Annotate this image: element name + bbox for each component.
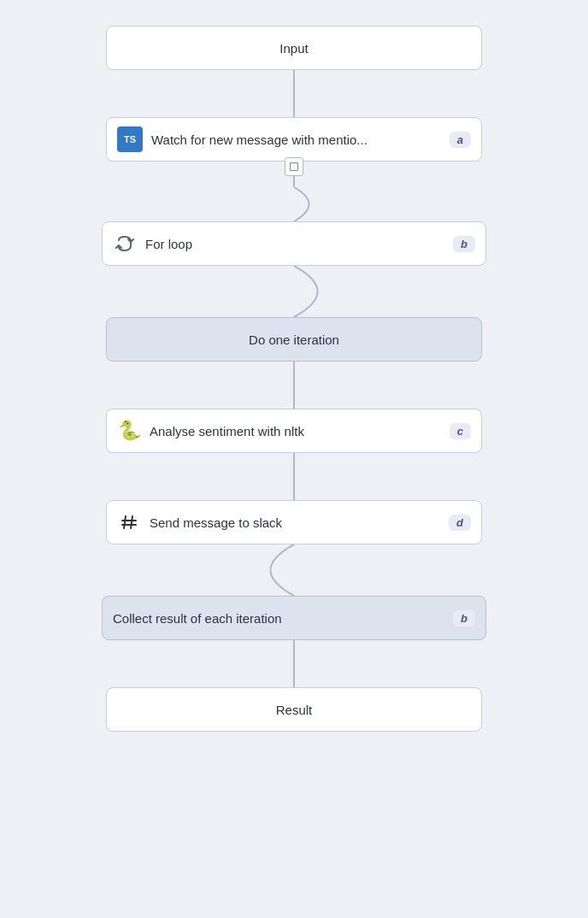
stop-icon[interactable] — [285, 157, 303, 176]
connector-1 — [293, 70, 295, 117]
forloop-badge: b — [453, 236, 475, 252]
curve-connector-1 — [102, 187, 486, 221]
iteration-label: Do one iteration — [249, 332, 339, 347]
collect-node[interactable]: Collect result of each iteration b — [102, 596, 486, 640]
connector-4 — [293, 453, 295, 500]
watch-node[interactable]: TS Watch for new message with mentio... … — [106, 117, 482, 162]
iteration-node[interactable]: Do one iteration — [106, 317, 482, 362]
input-label: Input — [279, 41, 308, 56]
svg-line-0 — [124, 516, 126, 528]
curve-connector-2 — [102, 266, 486, 317]
send-node[interactable]: Send message to slack d — [106, 500, 482, 544]
loop-icon — [113, 232, 137, 256]
connector-5 — [293, 640, 295, 687]
hash-icon — [117, 510, 141, 534]
analyse-label: Analyse sentiment with nltk — [150, 424, 441, 438]
result-node[interactable]: Result — [106, 687, 482, 732]
send-label: Send message to slack — [150, 515, 440, 530]
analyse-badge: c — [450, 423, 471, 439]
flow-diagram: Input TS Watch for new message with ment… — [0, 26, 588, 732]
connector-3 — [293, 362, 295, 409]
python-icon: 🐍 — [117, 419, 141, 443]
forloop-node[interactable]: For loop b — [102, 221, 486, 266]
collect-label: Collect result of each iteration — [113, 611, 444, 626]
svg-line-1 — [131, 516, 132, 528]
collect-badge: b — [453, 610, 475, 627]
watch-label: Watch for new message with mentio... — [151, 132, 441, 147]
analyse-node[interactable]: 🐍 Analyse sentiment with nltk c — [106, 409, 482, 453]
send-badge: d — [449, 515, 471, 531]
curve-connector-3 — [102, 544, 486, 596]
forloop-label: For loop — [145, 237, 444, 251]
watch-badge: a — [450, 132, 471, 148]
ts-icon: TS — [117, 127, 143, 152]
result-label: Result — [276, 703, 313, 717]
input-node[interactable]: Input — [106, 26, 482, 70]
stop-inner-icon — [290, 162, 298, 171]
